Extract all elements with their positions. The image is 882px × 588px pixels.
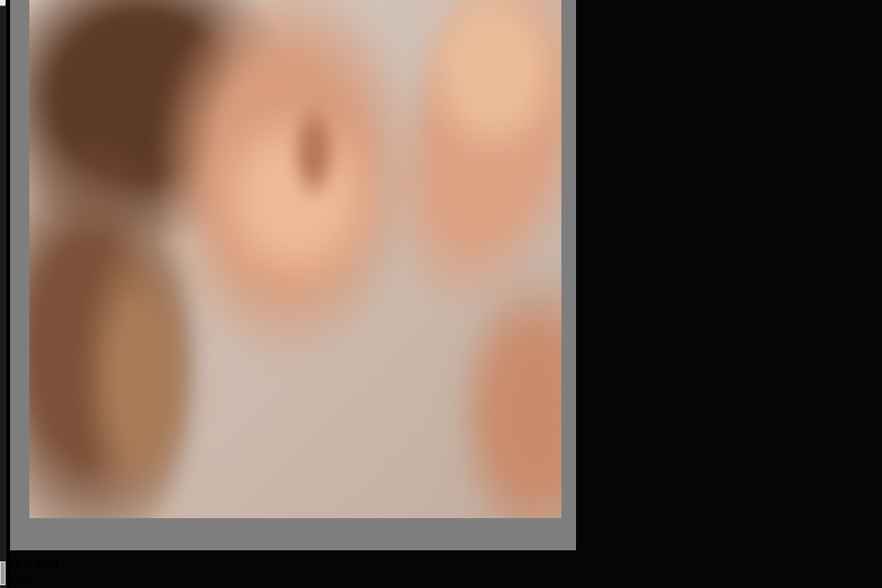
nose-shape [291, 101, 337, 202]
left-edge-strip [0, 0, 6, 588]
left-edge-top-element [0, 0, 6, 6]
print-preview-area [10, 0, 576, 550]
lightroom-print-module: ⇦ ⇨ Use: All Filmstrip Photos Page 1 of … [0, 0, 882, 588]
left-edge-bottom-element [0, 561, 6, 585]
print-buttons-area: Print Print to File... [0, 572, 882, 588]
print-button[interactable]: Print [0, 572, 882, 588]
left-edge-divider [6, 0, 10, 588]
print-job-panel-header[interactable]: Print Job [0, 556, 882, 572]
portrait-photo [29, 0, 561, 518]
